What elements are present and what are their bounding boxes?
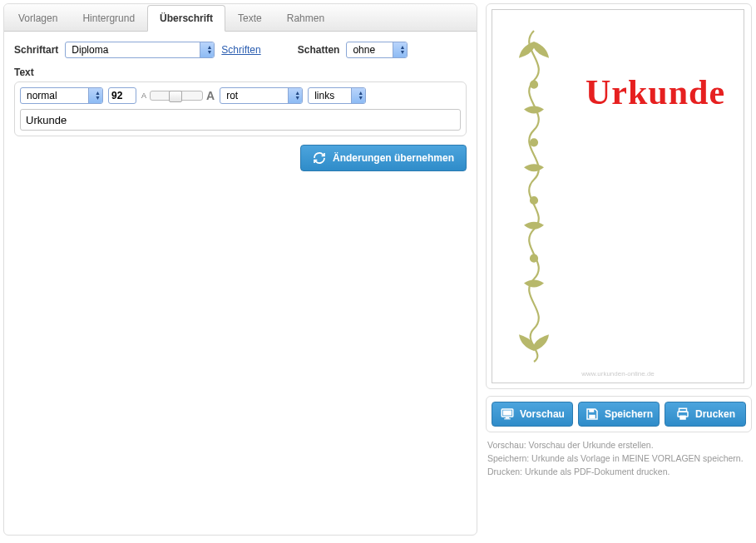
preview-button[interactable]: Vorschau [492, 402, 573, 427]
svg-rect-7 [504, 418, 511, 419]
ornament-border [509, 27, 559, 366]
editor-panel: Vorlagen Hintergrund Überschrift Texte R… [3, 3, 477, 536]
shadow-label: Schatten [298, 44, 340, 56]
color-select[interactable]: rot [220, 87, 303, 104]
font-label: Schriftart [14, 44, 58, 56]
tab-content: Schriftart Diploma ▲▼ Schriften Schatten… [4, 32, 477, 181]
tab-vorlagen[interactable]: Vorlagen [6, 5, 70, 32]
preview-panel: Urkunde www.urkunden-online.de Vorschau [486, 3, 752, 536]
preview-button-label: Vorschau [520, 408, 565, 420]
print-button[interactable]: Drucken [665, 402, 746, 427]
svg-point-2 [531, 197, 537, 204]
tab-texte[interactable]: Texte [225, 5, 274, 32]
font-row: Schriftart Diploma ▲▼ Schriften Schatten… [14, 42, 467, 58]
size-small-icon: A [141, 91, 146, 100]
text-section: normal ▲▼ A A rot ▲▼ [14, 81, 467, 136]
text-section-label: Text [14, 67, 467, 78]
fonts-link[interactable]: Schriften [221, 44, 260, 56]
printer-icon [675, 407, 690, 422]
svg-point-1 [531, 139, 537, 146]
svg-rect-12 [679, 416, 686, 420]
preview-watermark: www.urkunden-online.de [492, 370, 744, 378]
font-select[interactable]: Diploma [65, 42, 215, 58]
svg-rect-6 [506, 417, 510, 419]
refresh-icon [313, 151, 326, 165]
font-weight-select[interactable]: normal [20, 87, 103, 104]
svg-rect-8 [589, 409, 594, 412]
align-select[interactable]: links [308, 87, 366, 104]
svg-point-0 [531, 81, 537, 88]
font-size-input[interactable] [108, 87, 136, 104]
apply-button-label: Änderungen übernehmen [333, 152, 454, 164]
font-size-slider[interactable]: A A [141, 89, 215, 102]
preview-headline: Urkunde [576, 72, 735, 112]
save-button-label: Speichern [605, 408, 653, 420]
svg-point-3 [531, 255, 537, 262]
app-root: Vorlagen Hintergrund Überschrift Texte R… [3, 3, 753, 536]
tab-bar: Vorlagen Hintergrund Überschrift Texte R… [4, 4, 477, 32]
certificate-preview: Urkunde www.urkunden-online.de [492, 9, 744, 383]
help-line-save: Speichern: Urkunde als Vorlage in MEINE … [487, 452, 750, 466]
text-controls: normal ▲▼ A A rot ▲▼ [20, 87, 461, 104]
tab-rahmen[interactable]: Rahmen [274, 5, 337, 32]
shadow-select[interactable]: ohne [346, 42, 408, 58]
print-button-label: Drucken [695, 408, 735, 420]
apply-changes-button[interactable]: Änderungen übernehmen [300, 145, 467, 171]
tab-ueberschrift[interactable]: Überschrift [147, 5, 225, 32]
help-text: Vorschau: Vorschau der Urkunde erstellen… [486, 439, 752, 478]
action-bar: Vorschau Speichern Drucken [486, 396, 752, 432]
tab-hintergrund[interactable]: Hintergrund [70, 5, 147, 32]
help-line-preview: Vorschau: Vorschau der Urkunde erstellen… [487, 439, 750, 452]
help-line-print: Drucken: Urkunde als PDF-Dokument drucke… [487, 466, 750, 479]
monitor-icon [500, 407, 515, 422]
svg-rect-5 [503, 411, 512, 416]
svg-rect-9 [589, 415, 595, 419]
floppy-icon [585, 407, 600, 422]
save-button[interactable]: Speichern [578, 402, 660, 427]
preview-container: Urkunde www.urkunden-online.de [486, 3, 752, 389]
size-large-icon: A [206, 89, 215, 102]
headline-text-input[interactable] [20, 109, 461, 131]
